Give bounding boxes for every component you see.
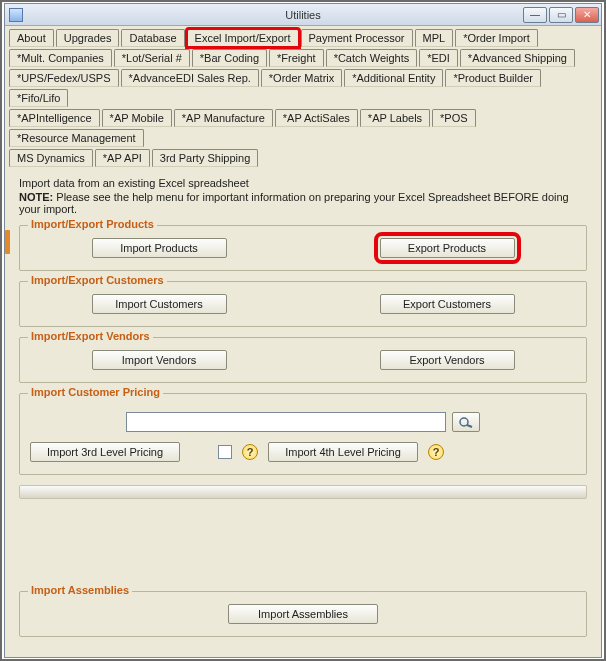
tab-order-matrix[interactable]: *Order Matrix: [261, 69, 342, 87]
tab-freight[interactable]: *Freight: [269, 49, 324, 67]
tab-about[interactable]: About: [9, 29, 54, 47]
content-pane: Import data from an existing Excel sprea…: [5, 169, 601, 647]
tab-excel-import-export[interactable]: Excel Import/Export: [187, 29, 299, 47]
help-icon-2[interactable]: ?: [428, 444, 444, 460]
pricing-checkbox[interactable]: [218, 445, 232, 459]
intro-line: Import data from an existing Excel sprea…: [19, 177, 587, 189]
magnifier-icon: [458, 416, 474, 428]
progress-bar: [19, 485, 587, 499]
import-4th-level-pricing-button[interactable]: Import 4th Level Pricing: [268, 442, 418, 462]
export-vendors-button[interactable]: Export Vendors: [380, 350, 515, 370]
group-products-title: Import/Export Products: [28, 218, 157, 230]
export-products-button[interactable]: Export Products: [380, 238, 515, 258]
group-vendors-title: Import/Export Vendors: [28, 330, 153, 342]
tab-ap-mobile[interactable]: *AP Mobile: [102, 109, 172, 127]
import-customers-button[interactable]: Import Customers: [92, 294, 227, 314]
tab-advanced-shipping[interactable]: *Advanced Shipping: [460, 49, 575, 67]
tab-catch-weights[interactable]: *Catch Weights: [326, 49, 418, 67]
import-3rd-level-pricing-button[interactable]: Import 3rd Level Pricing: [30, 442, 180, 462]
maximize-button[interactable]: ▭: [549, 7, 573, 23]
tab-mpl[interactable]: MPL: [415, 29, 454, 47]
tab-mult-companies[interactable]: *Mult. Companies: [9, 49, 112, 67]
tab-database[interactable]: Database: [121, 29, 184, 47]
tab-ap-labels[interactable]: *AP Labels: [360, 109, 430, 127]
tab-ap-api[interactable]: *AP API: [95, 149, 150, 167]
import-products-button[interactable]: Import Products: [92, 238, 227, 258]
minimize-button[interactable]: —: [523, 7, 547, 23]
help-icon-1[interactable]: ?: [242, 444, 258, 460]
tab-pos[interactable]: *POS: [432, 109, 476, 127]
svg-line-1: [467, 425, 472, 427]
tab-bar-coding[interactable]: *Bar Coding: [192, 49, 267, 67]
note-label: NOTE:: [19, 191, 53, 203]
tab-payment-processor[interactable]: Payment Processor: [301, 29, 413, 47]
tab-product-builder[interactable]: *Product Builder: [445, 69, 541, 87]
group-assemblies-title: Import Assemblies: [28, 584, 132, 596]
import-assemblies-button[interactable]: Import Assemblies: [228, 604, 378, 624]
tab-upgrades[interactable]: Upgrades: [56, 29, 120, 47]
group-vendors: Import/Export Vendors Import Vendors Exp…: [19, 337, 587, 383]
note-text: Please see the help menu for important i…: [19, 191, 569, 215]
group-customers: Import/Export Customers Import Customers…: [19, 281, 587, 327]
tab-ups-fedex-usps[interactable]: *UPS/Fedex/USPS: [9, 69, 119, 87]
tab-fifo-lifo[interactable]: *Fifo/Lifo: [9, 89, 68, 107]
group-products: Import/Export Products Import Products E…: [19, 225, 587, 271]
tab-ap-manufacture[interactable]: *AP Manufacture: [174, 109, 273, 127]
tab-apintelligence[interactable]: *APIntelligence: [9, 109, 100, 127]
window-title: Utilities: [5, 9, 601, 21]
pricing-file-input[interactable]: [126, 412, 446, 432]
import-vendors-button[interactable]: Import Vendors: [92, 350, 227, 370]
group-pricing-title: Import Customer Pricing: [28, 386, 163, 398]
group-assemblies: Import Assemblies Import Assemblies: [19, 591, 587, 637]
app-icon: [9, 8, 23, 22]
tab-lot-serial[interactable]: *Lot/Serial #: [114, 49, 190, 67]
tab-advanceedi-salesrep[interactable]: *AdvanceEDI Sales Rep.: [121, 69, 259, 87]
close-button[interactable]: ✕: [575, 7, 599, 23]
browse-button[interactable]: [452, 412, 480, 432]
tab-edi[interactable]: *EDI: [419, 49, 458, 67]
utilities-window: Utilities — ▭ ✕ About Upgrades Database …: [4, 3, 602, 658]
export-customers-button[interactable]: Export Customers: [380, 294, 515, 314]
tab-additional-entity[interactable]: *Additional Entity: [344, 69, 443, 87]
tab-ap-actisales[interactable]: *AP ActiSales: [275, 109, 358, 127]
tab-order-import[interactable]: *Order Import: [455, 29, 538, 47]
tabstrip: About Upgrades Database Excel Import/Exp…: [5, 26, 601, 167]
side-grip[interactable]: [5, 230, 10, 254]
titlebar: Utilities — ▭ ✕: [5, 4, 601, 26]
tab-3rd-party-shipping[interactable]: 3rd Party Shipping: [152, 149, 259, 167]
tab-resource-management[interactable]: *Resource Management: [9, 129, 144, 147]
group-pricing: Import Customer Pricing Import 3rd Level…: [19, 393, 587, 475]
intro-note: NOTE: Please see the help menu for impor…: [19, 191, 587, 215]
group-customers-title: Import/Export Customers: [28, 274, 167, 286]
svg-point-0: [460, 418, 468, 426]
tab-ms-dynamics[interactable]: MS Dynamics: [9, 149, 93, 167]
